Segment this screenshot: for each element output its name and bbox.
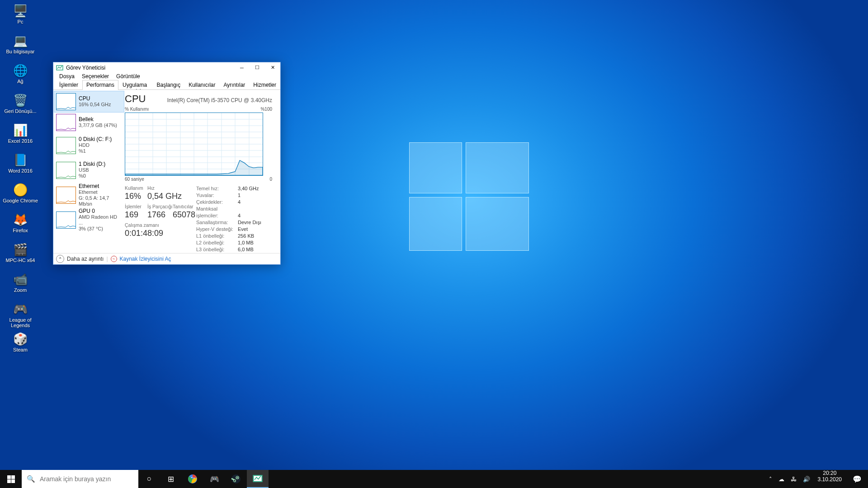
- desktop-icon-4[interactable]: 📊Excel 2016: [3, 122, 38, 151]
- action-center-icon[interactable]: 💬: [846, 470, 868, 488]
- desktop-icon-label: Firefox: [3, 228, 38, 233]
- sidebar-item-sub: 3,7/7,9 GB (47%): [79, 122, 117, 128]
- sidebar-item-0[interactable]: CPU16% 0,54 GHz: [54, 91, 124, 112]
- tab-0[interactable]: İşlemler: [55, 80, 82, 89]
- desktop-icon-label: Pc: [3, 19, 38, 24]
- tab-3[interactable]: Başlangıç: [152, 80, 184, 89]
- usage-value: 16%: [125, 192, 147, 201]
- desktop-icon-5[interactable]: 📘Word 2016: [3, 152, 38, 181]
- detail-kv-key: Çekirdekler:: [196, 199, 238, 206]
- desktop-icon-2[interactable]: 🌐Ağ: [3, 62, 38, 91]
- desktop-icon-1[interactable]: 💻Bu bilgisayar: [3, 33, 38, 61]
- cortana-icon[interactable]: ○: [138, 470, 160, 488]
- sidebar-item-sub: HDD: [79, 142, 112, 148]
- sidebar-item-sub: G: 0,5 A: 14,7 Mb/sn: [79, 195, 122, 207]
- detail-kv-val: 4: [238, 199, 241, 205]
- chrome-taskbar-icon[interactable]: [182, 470, 203, 488]
- steam-taskbar-icon[interactable]: [225, 470, 247, 488]
- tab-1[interactable]: Performans: [82, 80, 118, 90]
- menu-görüntüle[interactable]: Görüntüle: [113, 73, 144, 80]
- desktop-icon-image: 📊: [12, 122, 28, 138]
- tab-2[interactable]: Uygulama geçmişi: [118, 80, 152, 89]
- task-manager-window: Görev Yöneticisi ─ ☐ ✕ DosyaSeçeneklerGö…: [53, 62, 281, 265]
- clock-time: 20:20: [818, 470, 842, 476]
- taskbar-clock[interactable]: 20:20 3.10.2020: [813, 470, 846, 488]
- detail-kv-key: Hyper-V desteği:: [196, 226, 238, 233]
- window-title: Görev Yöneticisi: [66, 65, 234, 71]
- desktop-icon-image: 🎲: [12, 331, 28, 347]
- tray-overflow-icon[interactable]: ˄: [766, 470, 775, 488]
- svg-point-28: [237, 477, 238, 479]
- usage-label: Kullanım: [125, 185, 147, 191]
- maximize-button[interactable]: ☐: [250, 62, 265, 73]
- sidebar-spark-icon: [56, 187, 76, 204]
- desktop-icon-0[interactable]: 🖥️Pc: [3, 3, 38, 32]
- menubar: DosyaSeçeneklerGörüntüle: [53, 73, 280, 80]
- tab-5[interactable]: Ayrıntılar: [220, 80, 250, 89]
- sidebar-item-title: 0 Diski (C: F:): [79, 136, 112, 142]
- cpu-graph: [125, 113, 263, 176]
- detail-kv-key: L3 önbelleği:: [196, 246, 238, 253]
- sidebar-item-4[interactable]: EthernetEthernetG: 0,5 A: 14,7 Mb/sn: [54, 183, 124, 207]
- titlebar[interactable]: Görev Yöneticisi ─ ☐ ✕: [53, 62, 280, 73]
- sidebar-item-2[interactable]: 0 Diski (C: F:)HDD%1: [54, 133, 124, 158]
- detail-kv-val: 1: [238, 192, 241, 198]
- sidebar-item-sub: %1: [79, 148, 112, 154]
- tray-volume-icon[interactable]: 🔊: [800, 470, 813, 488]
- sidebar-item-3[interactable]: 1 Diski (D:)USB%0: [54, 158, 124, 183]
- detail-kv-val: 1,0 MB: [238, 240, 254, 245]
- menu-dosya[interactable]: Dosya: [56, 73, 78, 80]
- handles-value: 65078: [173, 210, 196, 220]
- y-axis-label: % Kullanımı: [125, 107, 149, 112]
- desktop-icon-7[interactable]: 🦊Firefox: [3, 211, 38, 240]
- tab-6[interactable]: Hizmetler: [249, 80, 280, 89]
- tray-onedrive-icon[interactable]: ☁: [775, 470, 788, 488]
- taskmgr-taskbar-icon[interactable]: [247, 470, 269, 488]
- detail-kv-key: L1 önbelleği:: [196, 233, 238, 239]
- sidebar-item-sub: Ethernet: [79, 189, 122, 195]
- sidebar-item-5[interactable]: GPU 0AMD Radeon HD ...3% (37 °C): [54, 207, 124, 232]
- desktop-icon-image: 🎮: [12, 301, 28, 317]
- sidebar-item-title: Bellek: [79, 117, 117, 122]
- taskmgr-footer: ⌃ Daha az ayrıntı | ~ Kaynak İzleyicisin…: [53, 253, 280, 264]
- sidebar-item-sub: 16% 0,54 GHz: [79, 102, 111, 108]
- desktop-icon-label: Ağ: [3, 79, 38, 84]
- menu-seçenekler[interactable]: Seçenekler: [78, 73, 113, 80]
- fewer-details-chevron-icon[interactable]: ⌃: [56, 255, 64, 263]
- desktop-icon-6[interactable]: 🟡Google Chrome: [3, 182, 38, 211]
- open-resmon-link[interactable]: Kaynak İzleyicisini Aç: [120, 256, 171, 262]
- desktop-icon-3[interactable]: 🗑️Geri Dönüşü...: [3, 92, 38, 121]
- desktop-icon-image: 💻: [12, 33, 28, 49]
- desktop-icon-image: 🗑️: [12, 92, 28, 108]
- handles-label: Tanıtıcılar: [173, 204, 196, 209]
- svg-rect-20: [11, 475, 15, 479]
- tab-4[interactable]: Kullanıcılar: [184, 80, 219, 89]
- start-button[interactable]: [0, 470, 22, 488]
- detail-kv-val: 4: [238, 213, 241, 218]
- sidebar-item-1[interactable]: Bellek3,7/7,9 GB (47%): [54, 112, 124, 133]
- perf-detail: CPU Intel(R) Core(TM) i5-3570 CPU @ 3.40…: [125, 90, 280, 253]
- threads-value: 1766: [147, 210, 173, 220]
- desktop-icon-10[interactable]: 🎮League of Legends: [3, 301, 38, 330]
- desktop-icon-image: 📹: [12, 271, 28, 287]
- detail-kv-val: 256 KB: [238, 233, 254, 239]
- taskview-icon[interactable]: ⊞: [160, 470, 182, 488]
- tray-network-icon[interactable]: 🖧: [788, 470, 800, 488]
- sidebar-item-sub: %0: [79, 173, 105, 179]
- desktop-icon-11[interactable]: 🎲Steam: [3, 331, 38, 360]
- y-axis-max: %100: [260, 107, 272, 112]
- desktop-icon-9[interactable]: 📹Zoom: [3, 271, 38, 300]
- sidebar-spark-icon: [56, 114, 76, 131]
- processes-value: 169: [125, 210, 147, 220]
- detail-title: CPU: [125, 93, 146, 105]
- svg-rect-21: [7, 479, 11, 483]
- sidebar-spark-icon: [56, 93, 76, 110]
- search-input[interactable]: [40, 475, 130, 483]
- lol-taskbar-icon[interactable]: 🎮: [203, 470, 225, 488]
- close-button[interactable]: ✕: [265, 62, 280, 73]
- minimize-button[interactable]: ─: [234, 62, 250, 73]
- fewer-details-button[interactable]: Daha az ayrıntı: [67, 256, 104, 262]
- desktop-icon-image: 🎬: [12, 241, 28, 258]
- search-box[interactable]: 🔍: [22, 470, 138, 488]
- desktop-icon-8[interactable]: 🎬MPC-HC x64: [3, 241, 38, 270]
